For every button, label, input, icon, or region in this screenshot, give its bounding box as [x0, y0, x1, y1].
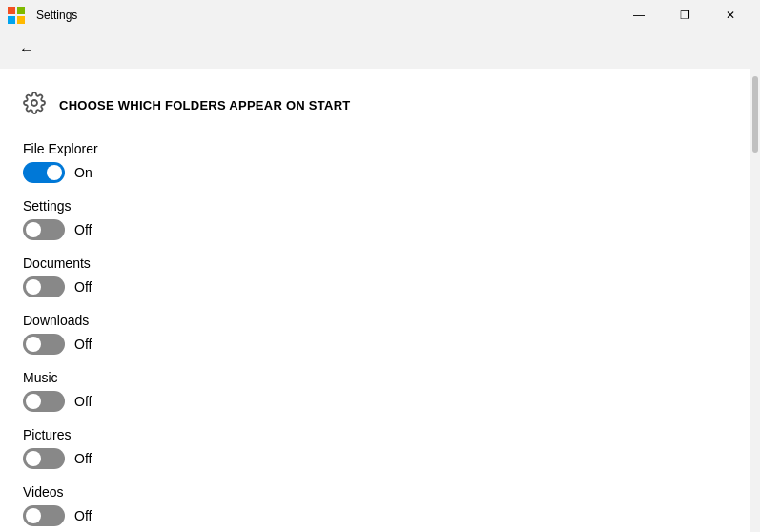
toggle-switch[interactable] — [23, 391, 65, 412]
toggle-item-music: Music Off — [23, 370, 728, 412]
window-controls: — ❐ ✕ — [617, 0, 752, 31]
toggle-status: On — [74, 165, 92, 180]
back-arrow-icon: ← — [19, 41, 34, 58]
toggles-list: File Explorer On Settings Off Documents — [23, 141, 728, 526]
back-button[interactable]: ← — [11, 37, 42, 62]
toggle-switch[interactable] — [23, 505, 65, 526]
scrollbar-thumb[interactable] — [752, 76, 758, 153]
toggle-row: Off — [23, 219, 728, 240]
toggle-label: Pictures — [23, 427, 728, 442]
page-title: CHOOSE WHICH FOLDERS APPEAR ON START — [59, 98, 350, 113]
toggle-thumb — [26, 279, 41, 295]
toggle-thumb — [47, 165, 62, 180]
toggle-item-pictures: Pictures Off — [23, 427, 728, 469]
toggle-thumb — [26, 508, 41, 523]
toggle-row: Off — [23, 505, 728, 526]
toggle-thumb — [26, 451, 41, 466]
toggle-switch[interactable] — [23, 162, 65, 183]
close-button[interactable]: ✕ — [709, 0, 752, 31]
toggle-switch[interactable] — [23, 334, 65, 355]
toggle-row: On — [23, 162, 728, 183]
toggle-status: Off — [74, 279, 92, 295]
main-panel: CHOOSE WHICH FOLDERS APPEAR ON START Fil… — [0, 69, 750, 532]
title-bar-left: Settings — [0, 7, 77, 24]
toggle-label: Settings — [23, 198, 728, 214]
maximize-button[interactable]: ❐ — [663, 0, 707, 31]
scrollbar[interactable] — [750, 69, 760, 532]
title-bar: Settings — ❐ ✕ — [0, 0, 760, 31]
toggle-item-documents: Documents Off — [23, 256, 728, 297]
toggle-row: Off — [23, 334, 728, 355]
toggle-label: Music — [23, 370, 728, 385]
toggle-item-settings: Settings Off — [23, 198, 728, 240]
toggle-switch[interactable] — [23, 448, 65, 469]
toggle-status: Off — [74, 394, 92, 409]
toggle-thumb — [26, 394, 41, 409]
toggle-status: Off — [74, 508, 92, 523]
toggle-row: Off — [23, 276, 728, 297]
toggle-item-file-explorer: File Explorer On — [23, 141, 728, 183]
toggle-row: Off — [23, 391, 728, 412]
toggle-label: File Explorer — [23, 141, 728, 156]
svg-point-0 — [31, 100, 37, 106]
toggle-item-videos: Videos Off — [23, 484, 728, 526]
toggle-status: Off — [74, 451, 92, 466]
windows-logo — [8, 7, 25, 24]
window-title: Settings — [36, 9, 77, 22]
toggle-switch[interactable] — [23, 276, 65, 297]
toggle-switch[interactable] — [23, 219, 65, 240]
minimize-button[interactable]: — — [617, 0, 661, 31]
toggle-row: Off — [23, 448, 728, 469]
toggle-item-downloads: Downloads Off — [23, 313, 728, 355]
nav-bar: ← — [0, 31, 760, 69]
toggle-status: Off — [74, 337, 92, 352]
toggle-thumb — [26, 222, 41, 237]
page-header: CHOOSE WHICH FOLDERS APPEAR ON START — [23, 92, 728, 118]
toggle-status: Off — [74, 222, 92, 237]
toggle-label: Videos — [23, 484, 728, 500]
toggle-label: Downloads — [23, 313, 728, 328]
content-area: CHOOSE WHICH FOLDERS APPEAR ON START Fil… — [0, 69, 760, 532]
toggle-thumb — [26, 337, 41, 352]
toggle-label: Documents — [23, 256, 728, 271]
gear-icon — [23, 92, 46, 118]
